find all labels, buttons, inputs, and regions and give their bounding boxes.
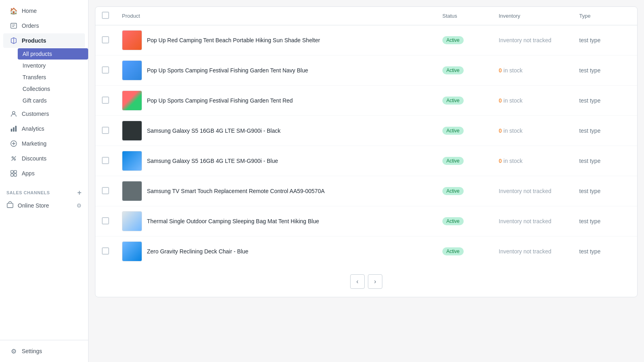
row-checkbox[interactable] xyxy=(102,127,109,134)
sidebar-sub-item-gift-cards[interactable]: Gift cards xyxy=(18,95,88,106)
status-badge: Active xyxy=(442,97,464,105)
svg-rect-7 xyxy=(15,126,17,132)
row-checkbox-cell xyxy=(95,56,116,86)
status-cell: Active xyxy=(436,176,492,206)
row-checkbox[interactable] xyxy=(102,247,109,255)
store-settings-icon[interactable]: ⚙ xyxy=(76,202,82,209)
sidebar-item-products[interactable]: Products xyxy=(3,33,85,48)
product-cell: Zero Gravity Reclining Deck Chair - Blue xyxy=(122,241,429,261)
sidebar-sub-item-transfers[interactable]: Transfers xyxy=(18,72,88,83)
table-header-row: Product Status Inventory Type xyxy=(95,7,637,25)
sidebar: 🏠 Home Orders Products All products Inve… xyxy=(0,0,89,362)
product-type: test type xyxy=(579,37,601,43)
settings-icon: ⚙ xyxy=(10,347,18,355)
svg-rect-0 xyxy=(11,23,17,29)
svg-rect-16 xyxy=(7,203,13,208)
inventory-cell: 0 in stock xyxy=(492,116,573,146)
inventory-cell: Inventory not tracked xyxy=(492,206,573,237)
table-row: Zero Gravity Reclining Deck Chair - Blue… xyxy=(95,237,637,267)
svg-rect-6 xyxy=(13,127,14,132)
sidebar-item-apps[interactable]: Apps xyxy=(3,166,85,181)
svg-point-9 xyxy=(12,157,14,158)
apps-icon xyxy=(10,169,18,177)
product-type: test type xyxy=(579,67,601,74)
sidebar-item-settings[interactable]: ⚙ Settings xyxy=(3,344,85,358)
sidebar-sub-item-collections[interactable]: Collections xyxy=(18,83,88,95)
product-type: test type xyxy=(579,218,601,224)
sidebar-item-orders[interactable]: Orders xyxy=(3,19,85,33)
inventory-cell: 0 in stock xyxy=(492,86,573,116)
row-checkbox[interactable] xyxy=(102,36,109,43)
inventory-text: 0 in stock xyxy=(499,128,522,134)
select-all-checkbox[interactable] xyxy=(102,12,109,19)
status-cell: Active xyxy=(436,56,492,86)
type-cell: test type xyxy=(573,237,637,267)
status-badge: Active xyxy=(442,66,464,74)
sidebar-sub-item-inventory[interactable]: Inventory xyxy=(18,60,88,71)
product-thumbnail xyxy=(122,30,142,50)
orders-icon xyxy=(10,22,18,30)
svg-point-4 xyxy=(12,111,15,114)
table-row: Pop Up Sports Camping Festival Fishing G… xyxy=(95,86,637,116)
product-name: Pop Up Red Camping Tent Beach Portable H… xyxy=(147,37,320,43)
row-checkbox-cell xyxy=(95,176,116,206)
row-checkbox[interactable] xyxy=(102,187,109,194)
inventory-text: Inventory not tracked xyxy=(499,37,551,43)
product-name-cell: Pop Up Sports Camping Festival Fishing G… xyxy=(116,86,436,116)
analytics-icon xyxy=(10,125,18,133)
sidebar-item-marketing[interactable]: Marketing xyxy=(3,136,85,151)
status-cell: Active xyxy=(436,146,492,176)
sidebar-item-analytics[interactable]: Analytics xyxy=(3,121,85,136)
product-name: Thermal Single Outdoor Camping Sleeping … xyxy=(147,218,319,224)
sidebar-item-label: Apps xyxy=(22,170,35,177)
sidebar-sub-item-all-products[interactable]: All products xyxy=(18,48,88,60)
inventory-cell: 0 in stock xyxy=(492,146,573,176)
status-badge: Active xyxy=(442,187,464,195)
status-badge: Active xyxy=(442,127,464,135)
product-cell: Pop Up Sports Camping Festival Fishing G… xyxy=(122,90,429,111)
customers-icon xyxy=(10,110,18,118)
row-checkbox[interactable] xyxy=(102,97,109,104)
status-cell: Active xyxy=(436,237,492,267)
product-type: test type xyxy=(579,188,601,194)
row-checkbox[interactable] xyxy=(102,66,109,74)
sidebar-item-label: Online Store xyxy=(18,202,49,209)
table-row: Thermal Single Outdoor Camping Sleeping … xyxy=(95,206,637,237)
sidebar-item-label: Marketing xyxy=(22,140,46,147)
sidebar-item-online-store[interactable]: Online Store ⚙ xyxy=(0,198,88,213)
products-table-container: Product Status Inventory Type xyxy=(95,6,638,297)
row-checkbox[interactable] xyxy=(102,157,109,164)
type-cell: test type xyxy=(573,56,637,86)
add-sales-channel-button[interactable]: + xyxy=(77,189,82,196)
product-cell: Samsung Galaxy S5 16GB 4G LTE SM-G900i -… xyxy=(122,121,429,141)
row-checkbox-cell xyxy=(95,116,116,146)
svg-rect-5 xyxy=(11,129,12,132)
next-page-button[interactable]: › xyxy=(368,274,382,289)
row-checkbox[interactable] xyxy=(102,217,109,224)
product-name-cell: Thermal Single Outdoor Camping Sleeping … xyxy=(116,206,436,237)
status-cell: Active xyxy=(436,86,492,116)
table-row: Samsung Galaxy S5 16GB 4G LTE SM-G900i -… xyxy=(95,116,637,146)
header-type: Type xyxy=(573,7,637,25)
sidebar-item-home[interactable]: 🏠 Home xyxy=(3,4,85,18)
svg-rect-15 xyxy=(14,174,17,176)
table-row: Pop Up Red Camping Tent Beach Portable H… xyxy=(95,25,637,56)
svg-rect-14 xyxy=(11,174,13,176)
product-name-cell: Zero Gravity Reclining Deck Chair - Blue xyxy=(116,237,436,267)
product-name: Zero Gravity Reclining Deck Chair - Blue xyxy=(147,248,248,255)
svg-rect-12 xyxy=(11,171,13,173)
prev-page-button[interactable]: ‹ xyxy=(350,274,365,289)
inventory-count: 0 xyxy=(499,128,502,134)
svg-rect-13 xyxy=(14,171,17,173)
sidebar-item-customers[interactable]: Customers xyxy=(3,107,85,121)
table-row: Samsung TV Smart Touch Replacement Remot… xyxy=(95,176,637,206)
sales-channels-label: SALES CHANNELS + xyxy=(0,184,88,198)
table-row: Pop Up Sports Camping Festival Fishing G… xyxy=(95,56,637,86)
product-cell: Samsung TV Smart Touch Replacement Remot… xyxy=(122,181,429,201)
row-checkbox-cell xyxy=(95,237,116,267)
home-icon: 🏠 xyxy=(10,7,18,15)
inventory-cell: Inventory not tracked xyxy=(492,176,573,206)
header-status: Status xyxy=(436,7,492,25)
sidebar-item-discounts[interactable]: Discounts xyxy=(3,151,85,166)
discounts-icon xyxy=(10,154,18,162)
